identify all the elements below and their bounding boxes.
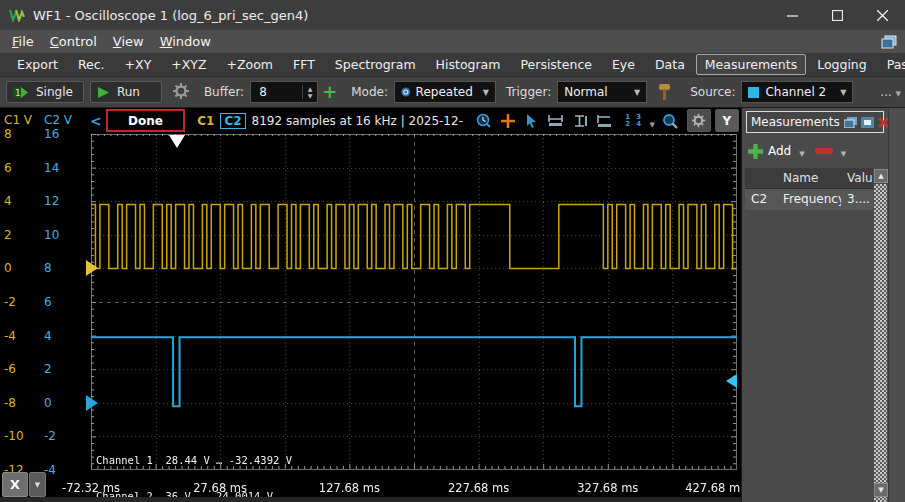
float-window-icon[interactable]: [844, 117, 857, 128]
y-axis-button[interactable]: Y: [715, 109, 739, 132]
chevron-down-icon[interactable]: ▼: [841, 150, 846, 158]
column-header: [745, 168, 777, 188]
tab-measurements[interactable]: Measurements: [696, 54, 806, 75]
svg-text:1: 1: [15, 88, 21, 98]
measurement-row[interactable]: C2Frequency3....: [745, 189, 873, 211]
c2-axis-header[interactable]: C2 V: [44, 113, 72, 127]
measurement-cell: C2: [745, 189, 777, 210]
spin-up-icon[interactable]: ▲: [308, 85, 313, 92]
maximize-button[interactable]: [815, 0, 860, 30]
tab-eye[interactable]: Eye: [603, 54, 644, 75]
tab-data[interactable]: Data: [646, 54, 694, 75]
buffer-spinner[interactable]: 8 ▲ ▼: [250, 81, 318, 103]
minimize-icon: [787, 10, 798, 21]
run-button[interactable]: Run: [90, 81, 162, 103]
scroll-down-button[interactable]: ▼: [874, 483, 888, 497]
c1-tick-label: -6: [4, 363, 16, 375]
scroll-up-button[interactable]: ▲: [874, 169, 888, 183]
add-measurement-icon[interactable]: [748, 144, 763, 159]
channel1-toggle[interactable]: C1: [197, 114, 214, 128]
chevron-down-icon: ▼: [830, 88, 846, 97]
c2-offset-marker[interactable]: [86, 395, 98, 411]
c1-offset-marker[interactable]: [86, 260, 98, 276]
chevron-down-icon[interactable]: ▼: [649, 121, 654, 129]
measurements-scrollbar[interactable]: [874, 184, 887, 502]
source-dropdown[interactable]: Channel 2 ▼: [741, 81, 853, 103]
chevron-down-icon: ▼: [35, 481, 40, 489]
single-button[interactable]: 1 Single: [6, 81, 84, 103]
history-back-icon[interactable]: <: [90, 113, 102, 129]
time-icon[interactable]: [476, 113, 491, 128]
add-cursor-icon[interactable]: [501, 114, 515, 128]
tab-persistence[interactable]: Persistence: [511, 54, 601, 75]
run-icon: [97, 86, 110, 99]
sample-info-text: 8192 samples at 16 kHz | 2025-12-: [252, 114, 463, 128]
options-gear-icon[interactable]: [172, 83, 190, 101]
cursor-numbers-icon[interactable]: 1 2 3 4: [622, 114, 644, 128]
acquisition-control-bar: 1 Single Run Buffer: 8 ▲ ▼: [0, 77, 905, 108]
tab-spectrogram[interactable]: Spectrogram: [326, 54, 425, 75]
edge-ruler-icon[interactable]: [597, 114, 612, 127]
tab-logging[interactable]: Logging: [808, 54, 876, 75]
maximize-icon: [832, 10, 843, 21]
cursor-numbers-bottom: 3 4: [633, 114, 644, 128]
c2-tick-label: 12: [44, 195, 59, 207]
measurements-panel-header[interactable]: Measurements: [746, 111, 884, 133]
trigger-dropdown[interactable]: Normal ▼: [557, 81, 647, 103]
zoom-icon[interactable]: [662, 113, 678, 129]
spin-down-icon[interactable]: ▼: [308, 92, 313, 99]
c1-tick-label: -10: [4, 430, 24, 442]
tab--xy[interactable]: +XY: [116, 54, 161, 75]
measurement-cell: Frequency: [777, 189, 841, 210]
menu-file[interactable]: File: [4, 32, 42, 51]
buffer-value: 8: [251, 85, 302, 99]
trigger-level-marker[interactable]: [726, 374, 737, 388]
horizontal-ruler-icon[interactable]: [548, 114, 563, 127]
popout-icon[interactable]: [861, 117, 874, 128]
chevron-down-icon: ▼: [624, 88, 640, 97]
menu-window[interactable]: Window: [152, 32, 219, 51]
trigger-time-marker[interactable]: [169, 135, 185, 148]
close-panel-icon[interactable]: [878, 117, 889, 128]
vertical-ruler-icon[interactable]: [573, 114, 587, 128]
tab--xyz[interactable]: +XYZ: [162, 54, 215, 75]
more-options-button[interactable]: ... ▼: [880, 85, 901, 99]
c2-tick-label: 2: [44, 363, 52, 375]
c2-tick-label: 6: [44, 296, 52, 308]
menu-view[interactable]: View: [105, 32, 152, 51]
c1-axis-header[interactable]: C1 V: [4, 113, 32, 127]
channel2-toggle[interactable]: C2: [220, 113, 245, 129]
waveform-plot[interactable]: [91, 134, 737, 470]
tab--zoom[interactable]: +Zoom: [218, 54, 283, 75]
minimize-button[interactable]: [770, 0, 815, 30]
measurements-title: Measurements: [751, 115, 840, 129]
tab-pass-fail[interactable]: Pass/Fail: [878, 54, 905, 75]
tab-fft[interactable]: FFT: [284, 54, 324, 75]
column-header: Value: [841, 168, 873, 188]
add-buffer-icon[interactable]: +: [322, 83, 337, 101]
workspace-icon[interactable]: [881, 35, 897, 49]
x-axis-dropdown-button[interactable]: ▼: [29, 472, 46, 497]
menu-control[interactable]: Control: [42, 32, 105, 51]
time-tick-label: 427.68 m: [685, 481, 740, 495]
repeated-mode-icon: [401, 85, 411, 99]
c1-tick-label: -2: [4, 296, 16, 308]
chevron-down-icon[interactable]: ▼: [799, 150, 804, 158]
mode-dropdown[interactable]: Repeated ▼: [394, 81, 496, 103]
menu-bar: File Control View Window: [0, 30, 905, 53]
tab-histogram[interactable]: Histogram: [427, 54, 510, 75]
trigger-label: Trigger:: [506, 85, 551, 99]
remove-measurement-icon[interactable]: [815, 148, 833, 154]
x-axis-button[interactable]: X: [2, 472, 28, 497]
tab-rec-[interactable]: Rec.: [69, 54, 114, 75]
c2-tick-label: 10: [44, 229, 59, 241]
add-measurement-label[interactable]: Add: [768, 144, 791, 158]
trigger-setup-hammer-icon[interactable]: [657, 83, 672, 101]
single-icon: 1: [13, 86, 29, 99]
buffer-spin-arrows[interactable]: ▲ ▼: [302, 85, 317, 99]
window-title: WF1 - Oscilloscope 1 (log_6_pri_sec_gen4…: [33, 8, 308, 23]
plot-settings-gear-button[interactable]: [687, 109, 711, 132]
tab-export[interactable]: Export: [8, 54, 67, 75]
pointer-cursor-icon[interactable]: [525, 114, 538, 128]
close-button[interactable]: [860, 0, 905, 30]
